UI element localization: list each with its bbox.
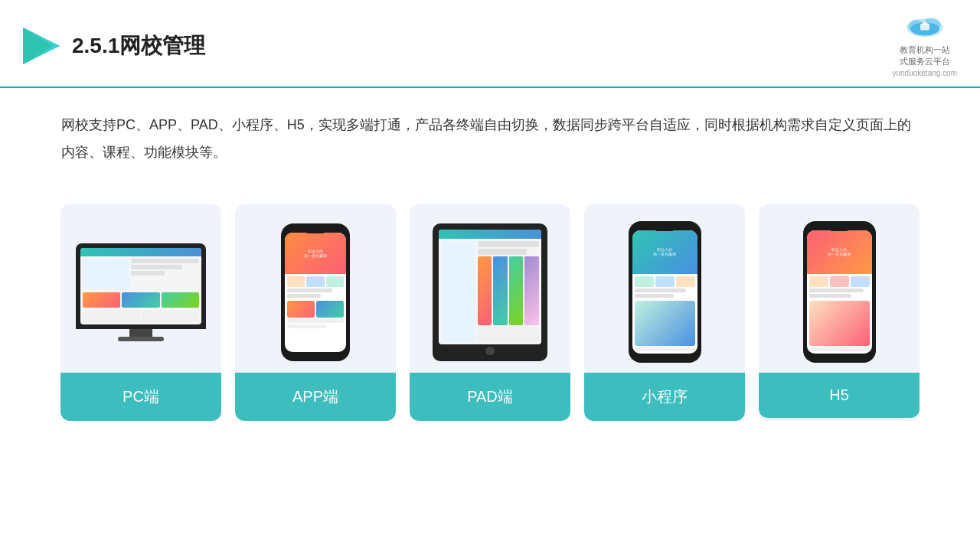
brand-logo xyxy=(902,14,948,43)
card-app: 职达人的第一堂兴趣课 xyxy=(235,204,396,421)
card-app-label: APP端 xyxy=(235,373,396,421)
play-icon xyxy=(23,28,60,64)
card-pad: PAD端 xyxy=(410,204,570,421)
card-pc-image xyxy=(60,204,221,373)
pc-mockup xyxy=(76,243,206,341)
card-pc-label: PC端 xyxy=(60,373,221,421)
card-h5-image: 职达人的第一堂兴趣课 xyxy=(759,204,920,373)
phone-screen-app: 职达人的第一堂兴趣课 xyxy=(285,233,346,352)
card-app-image: 职达人的第一堂兴趣课 xyxy=(235,204,396,373)
card-pad-image xyxy=(410,204,570,373)
tablet-mockup xyxy=(433,223,547,361)
monitor-screen xyxy=(80,248,201,324)
tablet-screen xyxy=(439,230,541,344)
svg-marker-2 xyxy=(23,28,54,64)
logo-area: 教育机构一站 式服务云平台 yunduoketang.com xyxy=(892,14,957,79)
page-title: 2.5.1网校管理 xyxy=(72,31,205,60)
card-mini: 职达人的第一堂兴趣课 xyxy=(584,204,745,421)
card-h5-label: H5 xyxy=(759,373,920,418)
phone-mockup-app: 职达人的第一堂兴趣课 xyxy=(281,223,350,361)
card-mini-image: 职达人的第一堂兴趣课 xyxy=(584,204,745,373)
phone-screen-mini: 职达人的第一堂兴趣课 xyxy=(632,230,697,354)
phone-screen-h5: 职达人的第一堂兴趣课 xyxy=(807,230,872,354)
logo-text: 教育机构一站 式服务云平台 yunduoketang.com xyxy=(892,44,957,79)
cards-container: PC端 职达人的第一堂兴趣课 xyxy=(0,181,980,444)
card-h5: 职达人的第一堂兴趣课 xyxy=(759,204,920,421)
phone-mockup-h5: 职达人的第一堂兴趣课 xyxy=(803,221,876,363)
card-pc: PC端 xyxy=(60,204,221,421)
card-pad-label: PAD端 xyxy=(410,373,570,421)
monitor xyxy=(76,243,206,329)
phone-mockup-mini: 职达人的第一堂兴趣课 xyxy=(629,221,701,363)
header: 2.5.1网校管理 教育机构一站 式服务云平台 yunduoketang.com xyxy=(0,0,980,88)
card-mini-label: 小程序 xyxy=(584,373,745,421)
description-text: 网校支持PC、APP、PAD、小程序、H5，实现多端打通，产品各终端自由切换，数… xyxy=(0,88,980,174)
header-left: 2.5.1网校管理 xyxy=(23,28,205,64)
